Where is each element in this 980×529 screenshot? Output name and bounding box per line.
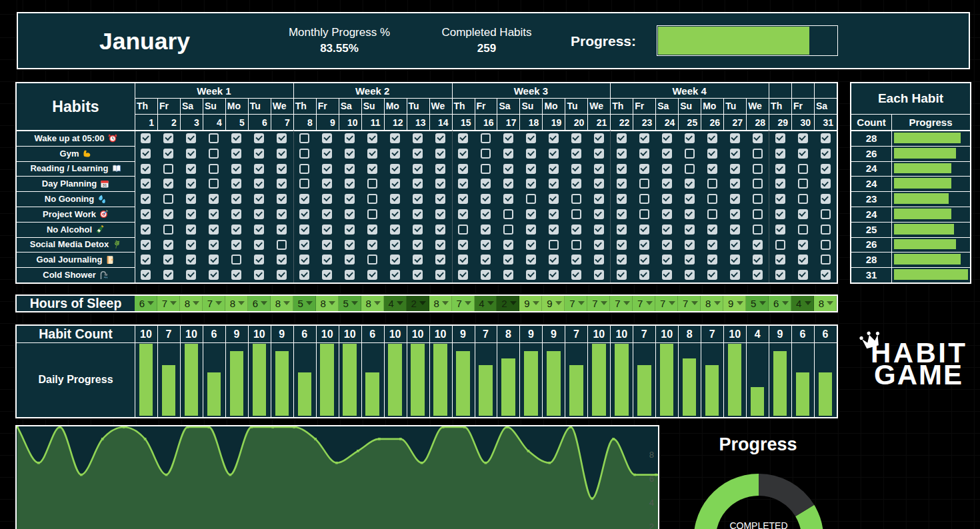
svg-text:31: 31 <box>103 183 107 187</box>
